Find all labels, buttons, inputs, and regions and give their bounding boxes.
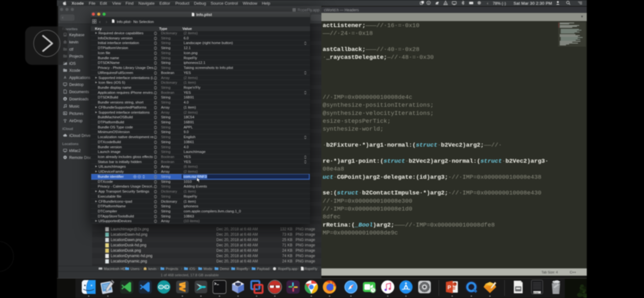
svg-text:proxy ...: proxy ... (533, 291, 541, 294)
svg-text:A: A (64, 76, 66, 79)
svg-text:P: P (447, 284, 451, 290)
svg-text:A: A (445, 2, 447, 5)
